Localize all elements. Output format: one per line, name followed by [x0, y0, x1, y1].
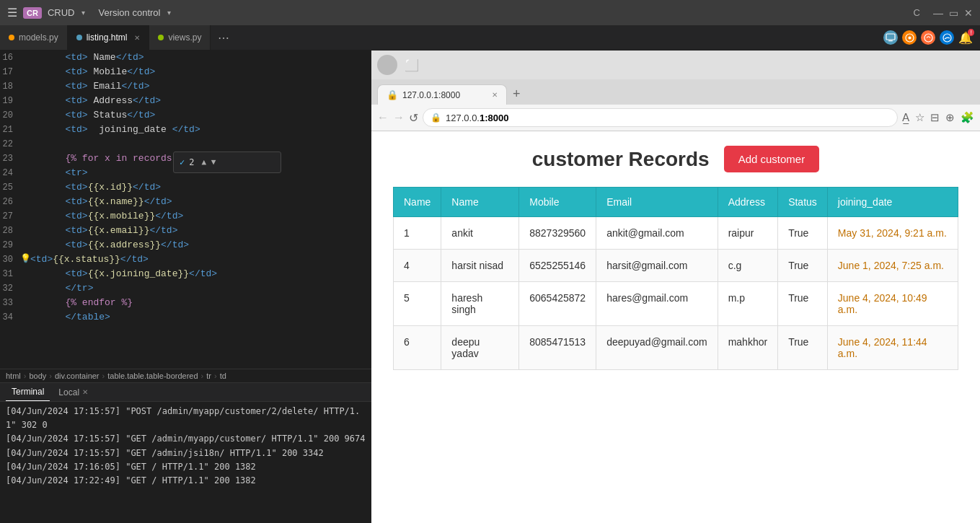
ac-check-icon: ✓: [180, 156, 185, 169]
close-button[interactable]: ✕: [964, 7, 973, 19]
star-icon[interactable]: ☆: [915, 111, 924, 124]
autocomplete-popup: ✓ 2 ▲ ▼: [173, 151, 281, 173]
cr-badge: CR: [23, 7, 42, 19]
cell-email: ankit@gmail.com: [596, 217, 718, 250]
browser-tab-favicon: 🔒: [387, 89, 398, 100]
address-bar[interactable]: 🔒 127.0.0.1:8000: [423, 108, 898, 127]
code-line-31: 31 <td>{{x.joining_date}}</td>: [0, 267, 371, 281]
ac-item-check[interactable]: ✓ 2 ▲ ▼: [174, 154, 281, 170]
listing-html-close-icon[interactable]: ✕: [134, 34, 140, 42]
minimize-button[interactable]: —: [933, 7, 943, 19]
customer-table: Name Name Mobile Email Address Status jo…: [393, 187, 958, 370]
browser-tab-active[interactable]: 🔒 127.0.0.1:8000 ✕: [377, 84, 507, 105]
forward-button[interactable]: →: [393, 111, 405, 124]
webpage-content: customer Records Add customer Name Name …: [371, 131, 980, 523]
ide-titlebar: ☰ CR CRUD ▾ Version control ▾ C — ▭ ✕: [0, 0, 980, 25]
svg-rect-0: [886, 34, 895, 40]
terminal-line-1: [04/Jun/2024 17:15:57] "POST /admin/myap…: [6, 405, 366, 432]
terminal-line-2: [04/Jun/2024 17:15:57] "GET /admin/myapp…: [6, 432, 366, 446]
lock-icon: 🔒: [431, 113, 441, 123]
code-line-33: 33 {% endfor %}: [0, 296, 371, 310]
terminal-body: [04/Jun/2024 17:15:57] "POST /admin/myap…: [0, 402, 371, 523]
cell-address: m.p: [718, 282, 777, 326]
translate-icon[interactable]: A̲: [902, 111, 909, 124]
code-line-26: 26 <td>{{x.name}}</td>: [0, 195, 371, 209]
new-tab-button[interactable]: +: [507, 84, 526, 105]
maximize-button[interactable]: ▭: [949, 7, 958, 19]
page-title: customer Records: [532, 148, 710, 171]
collections-icon[interactable]: ⊕: [945, 111, 955, 124]
extensions-icon[interactable]: 🧩: [961, 111, 974, 124]
more-tabs-button[interactable]: ⋯: [211, 31, 237, 45]
listing-html-dot: [76, 35, 82, 40]
code-line-32: 32 </tr>: [0, 281, 371, 296]
col-header-address: Address: [718, 188, 777, 217]
breadcrumb-td[interactable]: td: [220, 372, 226, 380]
new-window-icon[interactable]: ⬜: [405, 58, 419, 72]
cell-mobile: 6525255146: [519, 250, 596, 282]
breadcrumb-tr[interactable]: tr: [206, 372, 211, 380]
browser-tab-close-icon[interactable]: ✕: [492, 91, 498, 99]
firefox-icon[interactable]: [921, 30, 935, 45]
cell-name: deepu yadav: [441, 326, 519, 370]
table-row: 1ankit8827329560ankit@gmail.comraipurTru…: [394, 217, 958, 250]
project-dropdown-icon[interactable]: ▾: [81, 9, 85, 17]
profile-avatar[interactable]: [377, 55, 397, 75]
notification-icon[interactable]: 🔔 !: [958, 31, 973, 45]
code-line-20: 20 <td> Status</td>: [0, 108, 371, 123]
code-line-29: 29 <td>{{x.address}}</td>: [0, 238, 371, 252]
breadcrumb-body[interactable]: body: [29, 372, 46, 380]
editor-pane: 16 <td> Name</td> 17 <td> Mobile</td> 18…: [0, 50, 371, 523]
browser-actions: A̲ ☆ ⊟ ⊕ 🧩: [902, 111, 974, 124]
browser-tabs-bar: 🔒 127.0.0.1:8000 ✕ +: [371, 79, 980, 105]
code-line-27: 27 <td>{{x.mobile}}</td>: [0, 209, 371, 224]
tab-views-py[interactable]: views.py: [149, 25, 211, 50]
cell-mobile: 8085471513: [519, 326, 596, 370]
table-row: 6deepu yadav8085471513deepuyad@gmail.com…: [394, 326, 958, 370]
code-line-23: 23 {% for x in records %} ✓ 2 ▲ ▼: [0, 151, 371, 166]
breadcrumb-html[interactable]: html: [6, 372, 21, 380]
cell-address: raipur: [718, 217, 777, 250]
breadcrumb-bar: html › body › div.container › table.tabl…: [0, 369, 371, 382]
local-tab-close-icon[interactable]: ✕: [82, 388, 88, 396]
terminal-area: Terminal Local ✕ [04/Jun/2024 17:15:57] …: [0, 382, 371, 523]
code-line-22: 22: [0, 137, 371, 151]
breadcrumb-table[interactable]: table.table.table-bordered: [107, 372, 198, 380]
edge-icon[interactable]: [940, 30, 954, 45]
file-tabs-bar: models.py listing.html ✕ views.py ⋯: [0, 25, 980, 50]
cell-mobile: 8827329560: [519, 217, 596, 250]
browser-pane: ⬜ 🔒 127.0.0.1:8000 ✕ + ← → ↺ 🔒 127.0.0: [371, 50, 980, 523]
cell-email: deepuyad@gmail.com: [596, 326, 718, 370]
terminal-line-5: [04/Jun/2024 17:22:49] "GET / HTTP/1.1" …: [6, 474, 366, 488]
browser-tab-label: 127.0.0.1:8000: [402, 90, 460, 100]
breadcrumb-div-container[interactable]: div.container: [55, 372, 100, 380]
chrome-icon[interactable]: [902, 30, 917, 45]
tab-models-py[interactable]: models.py: [0, 25, 68, 50]
tab-terminal[interactable]: Terminal: [6, 383, 50, 401]
gutter-warning-icon: 💡: [20, 252, 30, 265]
cell-status: True: [778, 282, 828, 326]
version-control-dropdown-icon[interactable]: ▾: [167, 9, 171, 17]
cell-joining_date: June 1, 2024, 7:25 a.m.: [827, 250, 958, 282]
hamburger-icon[interactable]: ☰: [7, 6, 17, 19]
back-button[interactable]: ←: [377, 111, 389, 124]
add-customer-button[interactable]: Add customer: [724, 146, 820, 172]
browser-chrome: ⬜ 🔒 127.0.0.1:8000 ✕ + ← → ↺ 🔒 127.0.0: [371, 50, 980, 131]
tab-listing-html[interactable]: listing.html ✕: [68, 25, 150, 50]
cell-id: 1: [394, 217, 441, 250]
code-line-19: 19 <td> Address</td>: [0, 94, 371, 108]
terminal-tabs: Terminal Local ✕: [0, 383, 371, 402]
tab-local[interactable]: Local ✕: [53, 383, 94, 401]
col-header-joining-date: joining_date: [827, 188, 958, 217]
cell-name: haresh singh: [441, 282, 519, 326]
main-split: 16 <td> Name</td> 17 <td> Mobile</td> 18…: [0, 50, 980, 523]
page-header: customer Records Add customer: [393, 146, 958, 172]
refresh-button[interactable]: ↺: [409, 111, 418, 125]
col-header-name: Name: [441, 188, 519, 217]
code-editor[interactable]: 16 <td> Name</td> 17 <td> Mobile</td> 18…: [0, 50, 371, 369]
listing-html-label: listing.html: [87, 32, 128, 43]
pc-icon[interactable]: [883, 30, 898, 45]
terminal-line-3: [04/Jun/2024 17:15:57] "GET /admin/jsi18…: [6, 447, 366, 460]
cell-id: 5: [394, 282, 441, 326]
split-view-icon[interactable]: ⊟: [930, 111, 940, 124]
